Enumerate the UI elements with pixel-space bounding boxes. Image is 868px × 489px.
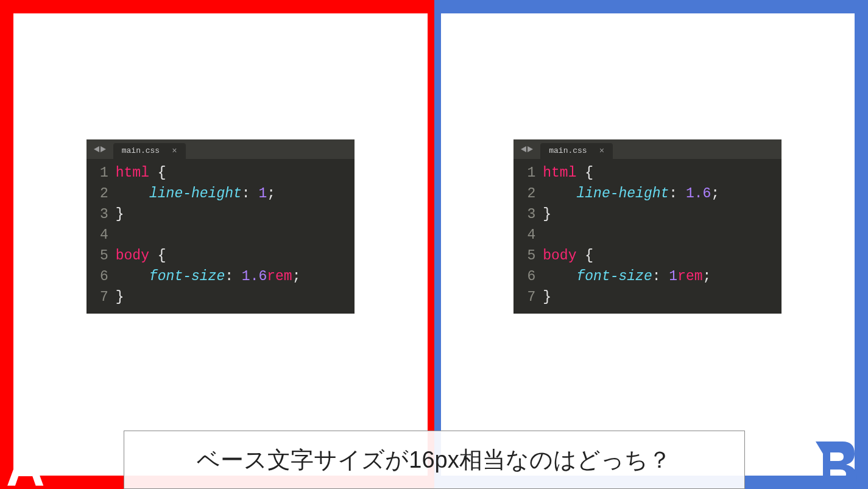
question-text: ベース文字サイズが16px相当なのはどっち？	[197, 445, 671, 476]
editor-tabbar-a: main.css ×	[86, 139, 355, 159]
close-icon[interactable]: ×	[599, 146, 604, 156]
code-content-a[interactable]: html { line-height: 1; } body { font-siz…	[116, 163, 355, 308]
panel-b: main.css × 1 2 3 4 5 6 7 html { line-he	[434, 0, 869, 489]
line-number: 3	[86, 204, 108, 225]
line-number: 4	[513, 225, 535, 245]
css-property: line-height	[149, 186, 242, 202]
brace: }	[543, 289, 551, 305]
comparison-container: main.css × 1 2 3 4 5 6 7 html { line-he	[0, 0, 868, 489]
line-number: 4	[86, 225, 108, 245]
code-editor-b: main.css × 1 2 3 4 5 6 7 html { line-he	[513, 139, 782, 314]
css-unit: rem	[677, 269, 702, 284]
line-number: 5	[513, 245, 535, 266]
svg-marker-1	[101, 146, 106, 152]
editor-body-b: 1 2 3 4 5 6 7 html { line-height: 1.6; }…	[513, 159, 782, 314]
css-value: 1.6	[242, 269, 267, 284]
editor-tabbar-b: main.css ×	[513, 139, 782, 159]
tab-nav-arrows[interactable]	[513, 139, 540, 159]
line-number: 2	[86, 183, 108, 204]
css-selector: html	[116, 165, 149, 181]
panel-b-inner: main.css × 1 2 3 4 5 6 7 html { line-he	[441, 13, 855, 476]
semicolon: ;	[711, 186, 719, 202]
svg-marker-3	[528, 146, 533, 152]
tab-filename: main.css	[549, 146, 587, 155]
colon: :	[225, 269, 233, 284]
css-value: 1.6	[686, 186, 711, 202]
close-icon[interactable]: ×	[172, 146, 177, 156]
panel-a: main.css × 1 2 3 4 5 6 7 html { line-he	[0, 0, 434, 489]
brace: {	[585, 165, 593, 181]
brace: {	[585, 248, 593, 264]
code-content-b[interactable]: html { line-height: 1.6; } body { font-s…	[543, 163, 782, 308]
brace: {	[158, 165, 166, 181]
line-number: 1	[513, 163, 535, 183]
tab-nav-arrows[interactable]	[86, 139, 113, 159]
line-gutter: 1 2 3 4 5 6 7	[513, 163, 543, 308]
colon: :	[669, 186, 677, 202]
panel-a-inner: main.css × 1 2 3 4 5 6 7 html { line-he	[13, 13, 428, 476]
question-banner: ベース文字サイズが16px相当なのはどっち？	[124, 431, 745, 489]
brace: }	[543, 206, 551, 222]
line-number: 1	[86, 163, 108, 183]
css-value: 1	[669, 269, 677, 284]
css-selector: body	[543, 248, 576, 264]
css-property: line-height	[576, 186, 669, 202]
brace: }	[116, 289, 124, 305]
editor-tab-b[interactable]: main.css ×	[540, 143, 613, 159]
svg-marker-0	[94, 146, 99, 152]
colon: :	[652, 269, 661, 284]
semicolon: ;	[267, 186, 275, 202]
css-property: font-size	[576, 269, 652, 284]
line-number: 2	[513, 183, 535, 204]
svg-marker-2	[521, 146, 526, 152]
line-number: 5	[86, 245, 108, 266]
line-number: 6	[86, 266, 108, 287]
line-gutter: 1 2 3 4 5 6 7	[86, 163, 116, 308]
code-editor-a: main.css × 1 2 3 4 5 6 7 html { line-he	[86, 139, 355, 314]
editor-tab-a[interactable]: main.css ×	[113, 143, 186, 159]
line-number: 6	[513, 266, 535, 287]
brace: {	[158, 248, 166, 264]
line-number: 7	[86, 287, 108, 308]
line-number: 7	[513, 287, 535, 308]
css-value: 1	[258, 186, 267, 202]
colon: :	[242, 186, 250, 202]
line-number: 3	[513, 204, 535, 225]
semicolon: ;	[292, 269, 301, 284]
editor-body-a: 1 2 3 4 5 6 7 html { line-height: 1; } b…	[86, 159, 355, 314]
brace: }	[116, 206, 124, 222]
css-property: font-size	[149, 269, 225, 284]
css-selector: html	[543, 165, 576, 181]
option-label-b	[812, 439, 859, 489]
tab-filename: main.css	[122, 146, 160, 155]
css-selector: body	[116, 248, 149, 264]
semicolon: ;	[703, 269, 711, 284]
option-label-a: A	[6, 440, 45, 489]
css-unit: rem	[267, 269, 292, 284]
